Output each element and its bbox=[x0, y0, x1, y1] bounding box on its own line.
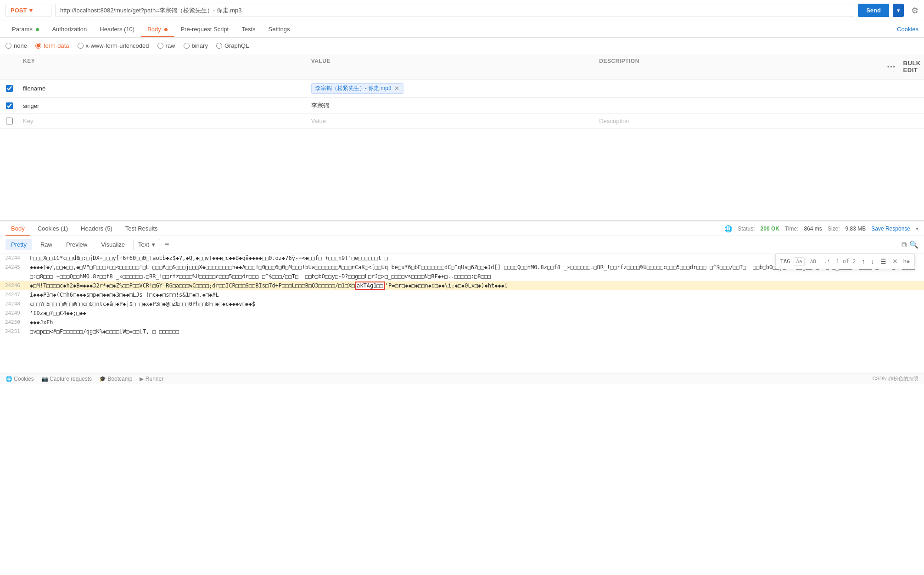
bootcamp-bottom[interactable]: 🎓 Bootcamp bbox=[99, 376, 132, 382]
row1-checkbox[interactable] bbox=[6, 85, 13, 92]
resp-tab-pretty[interactable]: Pretty bbox=[6, 239, 32, 250]
body-option-urlencoded[interactable]: x-www-form-urlencoded bbox=[78, 42, 149, 49]
save-response-button[interactable]: Save Response bbox=[871, 225, 910, 232]
response-tab-body[interactable]: Body bbox=[6, 221, 30, 236]
find-case-button[interactable]: AB bbox=[808, 258, 818, 265]
code-area[interactable]: TAG Aa AB .* 1 of 2 ↑ ↓ ☰ ✕ h◆ 24244F□□□… bbox=[0, 254, 924, 373]
line-number: 24246 bbox=[0, 281, 25, 290]
tab-tests[interactable]: Tests bbox=[235, 21, 262, 37]
cookies-link[interactable]: Cookies bbox=[897, 26, 918, 33]
line-content: 'IDza□7□□C4◆◆;□◆◆ bbox=[30, 309, 924, 318]
row2-description[interactable] bbox=[594, 102, 883, 109]
line-content: c□□?□5□□□□#□□#□□c□G□ntc◆â□◆P◆j$□_□◆x◆P3□… bbox=[30, 299, 924, 309]
bulk-edit-button[interactable]: Bulk Edit bbox=[900, 58, 924, 75]
format-arrow: ▾ bbox=[152, 241, 155, 248]
row2-checkbox-cell bbox=[0, 99, 18, 113]
find-label: TAG bbox=[780, 258, 790, 265]
line-content: ◆◆◆JxFh bbox=[30, 318, 924, 327]
row2-checkbox[interactable] bbox=[6, 102, 13, 109]
params-dot bbox=[36, 28, 39, 31]
row2-actions bbox=[883, 102, 924, 109]
line-content: i◆◆◆P3□◆(C□h6□◆◆◆s□p◆□◆◆□◆3□◆◆□LJs (□c◆◆… bbox=[30, 290, 924, 299]
line-content: □v□p□□<#□F□□□□□□/qg□K%◆□□□□[W□=□□LT, □ □… bbox=[30, 327, 924, 336]
tab-params[interactable]: Params bbox=[6, 21, 45, 37]
row1-value: 李宗锦（松紧先生）- 你走.mp3 ✕ bbox=[307, 79, 595, 97]
body-option-none[interactable]: none bbox=[6, 42, 27, 49]
line-number: 24245 bbox=[0, 263, 25, 281]
save-response-dropdown[interactable]: ▾ bbox=[916, 225, 918, 232]
send-button[interactable]: Send bbox=[858, 4, 889, 17]
line-number: 24249 bbox=[0, 309, 25, 318]
row2-value[interactable]: 李宗锦 bbox=[307, 98, 595, 113]
request-tabs: Params Authorization Headers (10) Body P… bbox=[0, 21, 924, 38]
status-label: Status: bbox=[738, 225, 755, 232]
response-tabs: Body Cookies (1) Headers (5) Test Result… bbox=[0, 221, 924, 236]
more-options-button[interactable]: ••• bbox=[887, 63, 896, 70]
body-option-graphql[interactable]: GraphQL bbox=[216, 42, 249, 49]
search-icon[interactable]: 🔍 bbox=[909, 240, 918, 249]
method-arrow: ▾ bbox=[29, 7, 33, 14]
line-content: ◆□M!T□□□□c◆h2◆B=◆◆◆32r*◆□◆Z%□□P□□VCR!□GY… bbox=[30, 281, 924, 290]
response-tab-test-results[interactable]: Test Results bbox=[120, 221, 163, 236]
find-regex-button[interactable]: .* bbox=[822, 258, 832, 265]
find-bar: TAG Aa AB .* 1 of 2 ↑ ↓ ☰ ✕ h◆ bbox=[775, 254, 915, 269]
tab-settings[interactable]: Settings bbox=[262, 21, 297, 37]
body-option-raw[interactable]: raw bbox=[157, 42, 175, 49]
find-next-button[interactable]: ↓ bbox=[869, 257, 877, 266]
size-label: Size: bbox=[828, 225, 840, 232]
th-actions: ••• Bulk Edit bbox=[883, 54, 924, 79]
code-line: 24250◆◆◆JxFh bbox=[0, 318, 924, 327]
th-value: VALUE bbox=[307, 54, 595, 79]
row1-key[interactable]: filename bbox=[18, 81, 307, 96]
csdn-label: CSDN @粉色的志明 bbox=[873, 375, 918, 382]
resp-tab-raw[interactable]: Raw bbox=[35, 239, 58, 250]
table-header: KEY VALUE DESCRIPTION ••• Bulk Edit bbox=[0, 54, 924, 79]
row1-description[interactable] bbox=[594, 85, 883, 92]
placeholder-key[interactable]: Key bbox=[18, 114, 307, 128]
cookies-bottom[interactable]: 🌐 Cookies bbox=[6, 376, 34, 382]
row2-key[interactable]: singer bbox=[18, 99, 307, 113]
copy-icon[interactable]: ⧉ bbox=[902, 241, 907, 249]
placeholder-checkbox[interactable] bbox=[6, 118, 13, 124]
settings-icon[interactable]: ⚙ bbox=[911, 6, 918, 16]
response-tab-cookies[interactable]: Cookies (1) bbox=[32, 221, 73, 236]
body-option-binary[interactable]: binary bbox=[184, 42, 208, 49]
bottom-section: Body Cookies (1) Headers (5) Test Result… bbox=[0, 220, 924, 373]
find-prev-button[interactable]: ↑ bbox=[860, 257, 868, 266]
find-close-button[interactable]: ✕ bbox=[892, 258, 898, 265]
find-list-button[interactable]: ☰ bbox=[878, 257, 889, 266]
response-tab-headers[interactable]: Headers (5) bbox=[75, 221, 118, 236]
code-line: 24249'IDza□7□□C4◆◆;□◆◆ bbox=[0, 309, 924, 318]
body-option-formdata[interactable]: form-data bbox=[35, 42, 69, 49]
url-input[interactable] bbox=[55, 4, 854, 17]
line-number: 24247 bbox=[0, 290, 25, 299]
format-selector[interactable]: Text ▾ bbox=[133, 239, 160, 250]
find-extra: h◆ bbox=[903, 258, 910, 265]
table-row: filename 李宗锦（松紧先生）- 你走.mp3 ✕ bbox=[0, 79, 924, 98]
placeholder-description[interactable]: Description bbox=[594, 114, 883, 128]
code-line: 24246◆□M!T□□□□c◆h2◆B=◆◆◆32r*◆□◆Z%□□P□□VC… bbox=[0, 281, 924, 290]
tab-authorization[interactable]: Authorization bbox=[45, 21, 93, 37]
resp-tab-preview[interactable]: Preview bbox=[61, 239, 93, 250]
tab-headers[interactable]: Headers (10) bbox=[93, 21, 141, 37]
tab-body[interactable]: Body bbox=[141, 21, 174, 37]
resp-tab-visualize[interactable]: Visualize bbox=[95, 239, 130, 250]
status-bar: 🌐 Status: 200 OK Time: 864 ms Size: 9.83… bbox=[724, 225, 918, 232]
globe-icon[interactable]: 🌐 bbox=[724, 225, 732, 232]
capture-bottom[interactable]: 📷 Capture requests bbox=[41, 376, 92, 382]
runner-bottom[interactable]: ▶ Runner bbox=[140, 376, 163, 382]
time-value: 864 ms bbox=[804, 225, 822, 232]
placeholder-value[interactable]: Value bbox=[307, 114, 595, 128]
app-bottom-bar: 🌐 Cookies 📷 Capture requests 🎓 Bootcamp … bbox=[0, 373, 924, 384]
row1-file-tag: 李宗锦（松紧先生）- 你走.mp3 ✕ bbox=[311, 83, 403, 94]
body-dot bbox=[164, 28, 168, 31]
method-select[interactable]: POST ▾ bbox=[6, 4, 51, 17]
tab-prerequest[interactable]: Pre-request Script bbox=[174, 21, 235, 37]
find-count: 1 of 2 bbox=[836, 258, 856, 265]
placeholder-checkbox-cell bbox=[0, 114, 18, 128]
send-dropdown-button[interactable]: ▾ bbox=[893, 4, 904, 17]
row1-remove-button[interactable]: ✕ bbox=[394, 85, 399, 92]
find-aa-button[interactable]: Aa bbox=[794, 257, 804, 266]
row1-actions bbox=[883, 85, 924, 92]
filter-icon[interactable]: ≡ bbox=[165, 241, 169, 249]
